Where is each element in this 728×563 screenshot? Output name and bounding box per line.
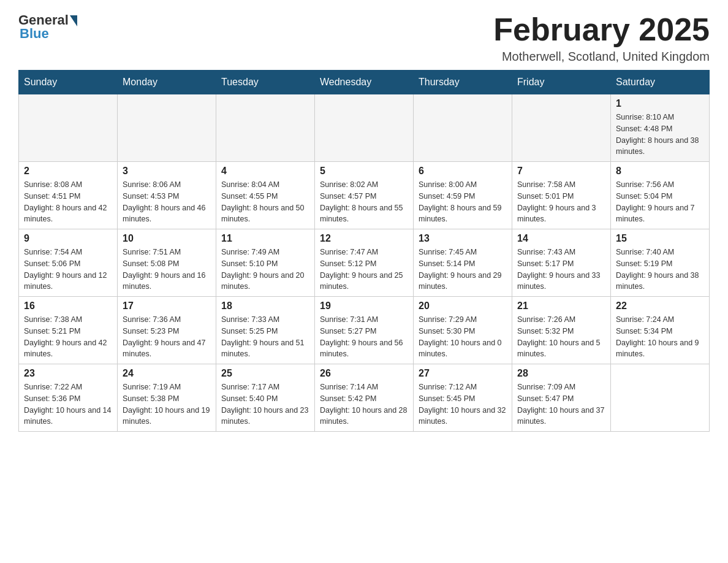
day-number: 28 [517, 368, 605, 379]
page-header: General Blue February 2025 Motherwell, S… [18, 12, 710, 64]
day-cell: 16Sunrise: 7:38 AMSunset: 5:21 PMDayligh… [19, 297, 118, 364]
day-info: Sunrise: 7:31 AMSunset: 5:27 PMDaylight:… [320, 314, 408, 360]
day-cell: 6Sunrise: 8:00 AMSunset: 4:59 PMDaylight… [414, 162, 512, 229]
day-cell: 2Sunrise: 8:08 AMSunset: 4:51 PMDaylight… [19, 162, 118, 229]
day-cell: 28Sunrise: 7:09 AMSunset: 5:47 PMDayligh… [512, 364, 611, 432]
day-cell: 25Sunrise: 7:17 AMSunset: 5:40 PMDayligh… [216, 364, 315, 432]
day-cell: 23Sunrise: 7:22 AMSunset: 5:36 PMDayligh… [19, 364, 118, 432]
day-cell: 13Sunrise: 7:45 AMSunset: 5:14 PMDayligh… [414, 229, 512, 297]
day-number: 24 [123, 368, 211, 379]
day-number: 9 [24, 233, 112, 244]
month-title: February 2025 [493, 12, 710, 47]
day-cell: 18Sunrise: 7:33 AMSunset: 5:25 PMDayligh… [216, 297, 315, 364]
calendar-header: Sunday Monday Tuesday Wednesday Thursday… [19, 71, 710, 94]
day-info: Sunrise: 7:24 AMSunset: 5:34 PMDaylight:… [616, 314, 704, 360]
day-cell: 26Sunrise: 7:14 AMSunset: 5:42 PMDayligh… [315, 364, 414, 432]
day-cell: 14Sunrise: 7:43 AMSunset: 5:17 PMDayligh… [512, 229, 611, 297]
day-number: 19 [320, 301, 408, 312]
day-number: 12 [320, 233, 408, 244]
day-number: 15 [616, 233, 704, 244]
day-info: Sunrise: 7:43 AMSunset: 5:17 PMDaylight:… [517, 247, 605, 293]
day-cell: 15Sunrise: 7:40 AMSunset: 5:19 PMDayligh… [611, 229, 710, 297]
day-number: 10 [123, 233, 211, 244]
day-info: Sunrise: 8:02 AMSunset: 4:57 PMDaylight:… [320, 179, 408, 225]
day-number: 16 [24, 301, 112, 312]
header-saturday: Saturday [611, 71, 710, 94]
calendar-body: 1Sunrise: 8:10 AMSunset: 4:48 PMDaylight… [19, 94, 710, 432]
day-cell [216, 94, 315, 162]
day-info: Sunrise: 7:51 AMSunset: 5:08 PMDaylight:… [123, 247, 211, 293]
day-number: 4 [221, 166, 309, 177]
calendar-table: Sunday Monday Tuesday Wednesday Thursday… [18, 70, 710, 432]
day-cell: 1Sunrise: 8:10 AMSunset: 4:48 PMDaylight… [611, 94, 710, 162]
day-info: Sunrise: 7:56 AMSunset: 5:04 PMDaylight:… [616, 179, 704, 225]
day-info: Sunrise: 7:14 AMSunset: 5:42 PMDaylight:… [320, 381, 408, 427]
day-number: 8 [616, 166, 704, 177]
day-cell: 4Sunrise: 8:04 AMSunset: 4:55 PMDaylight… [216, 162, 315, 229]
day-info: Sunrise: 7:58 AMSunset: 5:01 PMDaylight:… [517, 179, 605, 225]
day-info: Sunrise: 7:54 AMSunset: 5:06 PMDaylight:… [24, 247, 112, 293]
day-info: Sunrise: 8:10 AMSunset: 4:48 PMDaylight:… [616, 112, 704, 158]
day-number: 26 [320, 368, 408, 379]
day-cell: 10Sunrise: 7:51 AMSunset: 5:08 PMDayligh… [118, 229, 216, 297]
day-cell: 3Sunrise: 8:06 AMSunset: 4:53 PMDaylight… [118, 162, 216, 229]
day-info: Sunrise: 7:49 AMSunset: 5:10 PMDaylight:… [221, 247, 309, 293]
day-number: 18 [221, 301, 309, 312]
day-info: Sunrise: 8:00 AMSunset: 4:59 PMDaylight:… [419, 179, 507, 225]
header-monday: Monday [118, 71, 216, 94]
day-cell [315, 94, 414, 162]
day-info: Sunrise: 7:09 AMSunset: 5:47 PMDaylight:… [517, 381, 605, 427]
day-number: 11 [221, 233, 309, 244]
week-row-1: 2Sunrise: 8:08 AMSunset: 4:51 PMDaylight… [19, 162, 710, 229]
day-cell: 7Sunrise: 7:58 AMSunset: 5:01 PMDaylight… [512, 162, 611, 229]
day-info: Sunrise: 7:33 AMSunset: 5:25 PMDaylight:… [221, 314, 309, 360]
day-number: 7 [517, 166, 605, 177]
day-number: 21 [517, 301, 605, 312]
day-cell: 20Sunrise: 7:29 AMSunset: 5:30 PMDayligh… [414, 297, 512, 364]
day-number: 17 [123, 301, 211, 312]
day-cell: 8Sunrise: 7:56 AMSunset: 5:04 PMDaylight… [611, 162, 710, 229]
day-cell: 11Sunrise: 7:49 AMSunset: 5:10 PMDayligh… [216, 229, 315, 297]
day-number: 3 [123, 166, 211, 177]
day-number: 20 [419, 301, 507, 312]
day-info: Sunrise: 8:04 AMSunset: 4:55 PMDaylight:… [221, 179, 309, 225]
day-info: Sunrise: 7:29 AMSunset: 5:30 PMDaylight:… [419, 314, 507, 360]
day-number: 23 [24, 368, 112, 379]
day-cell: 24Sunrise: 7:19 AMSunset: 5:38 PMDayligh… [118, 364, 216, 432]
day-number: 13 [419, 233, 507, 244]
day-cell: 27Sunrise: 7:12 AMSunset: 5:45 PMDayligh… [414, 364, 512, 432]
day-info: Sunrise: 7:19 AMSunset: 5:38 PMDaylight:… [123, 381, 211, 427]
week-row-3: 16Sunrise: 7:38 AMSunset: 5:21 PMDayligh… [19, 297, 710, 364]
day-info: Sunrise: 7:47 AMSunset: 5:12 PMDaylight:… [320, 247, 408, 293]
day-cell: 12Sunrise: 7:47 AMSunset: 5:12 PMDayligh… [315, 229, 414, 297]
day-number: 1 [616, 98, 704, 109]
day-info: Sunrise: 7:26 AMSunset: 5:32 PMDaylight:… [517, 314, 605, 360]
day-cell: 22Sunrise: 7:24 AMSunset: 5:34 PMDayligh… [611, 297, 710, 364]
day-info: Sunrise: 7:45 AMSunset: 5:14 PMDaylight:… [419, 247, 507, 293]
day-info: Sunrise: 7:12 AMSunset: 5:45 PMDaylight:… [419, 381, 507, 427]
title-block: February 2025 Motherwell, Scotland, Unit… [493, 12, 710, 64]
day-info: Sunrise: 7:38 AMSunset: 5:21 PMDaylight:… [24, 314, 112, 360]
location: Motherwell, Scotland, United Kingdom [493, 50, 710, 64]
day-cell: 9Sunrise: 7:54 AMSunset: 5:06 PMDaylight… [19, 229, 118, 297]
header-sunday: Sunday [19, 71, 118, 94]
day-info: Sunrise: 7:17 AMSunset: 5:40 PMDaylight:… [221, 381, 309, 427]
logo: General Blue [18, 12, 77, 42]
day-cell: 5Sunrise: 8:02 AMSunset: 4:57 PMDaylight… [315, 162, 414, 229]
day-cell [19, 94, 118, 162]
day-number: 14 [517, 233, 605, 244]
day-info: Sunrise: 7:22 AMSunset: 5:36 PMDaylight:… [24, 381, 112, 427]
day-cell: 21Sunrise: 7:26 AMSunset: 5:32 PMDayligh… [512, 297, 611, 364]
header-tuesday: Tuesday [216, 71, 315, 94]
week-row-2: 9Sunrise: 7:54 AMSunset: 5:06 PMDaylight… [19, 229, 710, 297]
day-cell [118, 94, 216, 162]
day-cell [512, 94, 611, 162]
day-cell: 17Sunrise: 7:36 AMSunset: 5:23 PMDayligh… [118, 297, 216, 364]
logo-arrow-icon [70, 15, 77, 26]
day-cell: 19Sunrise: 7:31 AMSunset: 5:27 PMDayligh… [315, 297, 414, 364]
header-wednesday: Wednesday [315, 71, 414, 94]
header-friday: Friday [512, 71, 611, 94]
day-info: Sunrise: 7:40 AMSunset: 5:19 PMDaylight:… [616, 247, 704, 293]
day-number: 6 [419, 166, 507, 177]
day-number: 25 [221, 368, 309, 379]
